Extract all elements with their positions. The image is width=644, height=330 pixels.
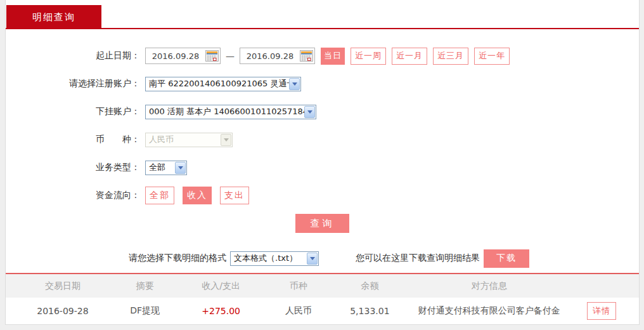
cell-balance: 5,133.01 [325,306,414,316]
query-button-row: 查询 [6,214,639,233]
quick-range-week-button[interactable]: 近一周 [351,48,386,65]
date-range-separator: — [226,51,235,61]
download-format-label: 请您选择下载明细的格式 [129,253,226,264]
download-button[interactable]: 下载 [484,249,529,268]
sub-account-row: 下挂账户： 000 活期 基本户 1406600101102571848 [6,102,639,121]
download-format-value: 文本格式（.txt） [231,253,307,264]
tab-detail-query[interactable]: 明细查询 [6,5,101,29]
header-currency: 币种 [272,280,326,292]
header-summary: 摘要 [120,280,171,292]
query-button[interactable]: 查询 [295,214,349,233]
fund-direction-income-button[interactable]: 收入 [183,187,212,204]
sub-account-select[interactable]: 000 活期 基本户 1406600101102571848 [145,105,316,119]
query-form: 起止日期： 2016.09.28 [6,29,639,267]
screen: 明细查询 起止日期： 2016.09.28 [0,0,644,330]
date-range-row: 起止日期： 2016.09.28 [6,46,639,65]
cell-amount: +275.00 [171,306,272,316]
currency-row: 币 种： 人民币 [6,130,639,149]
header-amount: 收入/支出 [171,280,272,292]
header-date: 交易日期 [6,280,120,292]
detail-query-panel: 明细查询 起止日期： 2016.09.28 [5,0,640,325]
cell-currency: 人民币 [272,305,326,317]
registered-account-value: 南平 6222001406100921065 灵通卡 [146,78,289,89]
quick-range-year-button[interactable]: 近一年 [474,48,510,65]
currency-label: 币 种： [6,134,140,145]
tab-bar: 明细查询 [6,0,639,29]
cell-date: 2016-09-28 [6,306,120,316]
fund-direction-expense-button[interactable]: 支出 [220,187,249,204]
business-type-value: 全部 [146,162,175,173]
download-hint-text: 您可以在这里下载查询明细结果 [356,253,480,264]
business-type-select[interactable]: 全部 [145,161,187,175]
chevron-down-icon [304,106,315,118]
sub-account-value: 000 活期 基本户 1406600101102571848 [146,106,304,117]
cell-summary: DF提现 [120,305,171,317]
table-row: 2016-09-28 DF提现 +275.00 人民币 5,133.01 财付通… [6,298,639,324]
header-balance: 余额 [325,280,414,292]
download-format-select[interactable]: 文本格式（.txt） [230,251,319,266]
currency-value: 人民币 [146,134,221,145]
download-row: 请您选择下载明细的格式 文本格式（.txt） 您可以在这里下载查询明细结果 下载 [6,249,639,267]
sub-account-label: 下挂账户： [6,106,140,117]
calendar-icon[interactable] [300,50,313,62]
fund-direction-label: 资金流向： [6,190,140,201]
start-date-value: 2016.09.28 [146,51,205,61]
calendar-icon[interactable] [205,50,219,62]
date-range-label: 起止日期： [6,50,140,62]
chevron-down-icon [175,162,186,174]
start-date-input[interactable]: 2016.09.28 [145,48,221,64]
chevron-down-icon [307,253,318,265]
quick-range-today-button[interactable]: 当日 [321,48,345,65]
end-date-input[interactable]: 2016.09.28 [240,48,315,64]
end-date-value: 2016.09.28 [240,51,300,61]
chevron-down-icon [221,134,231,146]
chevron-down-icon [289,78,300,90]
fund-direction-row: 资金流向： 全部 收入 支出 [6,186,639,205]
currency-select: 人民币 [145,133,233,147]
quick-range-month-button[interactable]: 近一月 [392,48,427,65]
fund-direction-all-button[interactable]: 全部 [145,187,174,204]
header-counterparty: 对方信息 [414,280,564,292]
detail-button[interactable]: 详情 [587,302,616,320]
business-type-label: 业务类型： [6,162,140,173]
registered-account-label: 请选择注册账户： [6,78,140,89]
cell-counterparty: 财付通支付科技有限公司客户备付金 [414,305,564,317]
cell-actions: 详情 [564,302,639,320]
quick-range-quarter-button[interactable]: 近三月 [433,48,468,65]
table-header: 交易日期 摘要 收入/支出 币种 余额 对方信息 [6,274,639,298]
business-type-row: 业务类型： 全部 [6,158,639,177]
registered-account-row: 请选择注册账户： 南平 6222001406100921065 灵通卡 [6,74,639,93]
registered-account-select[interactable]: 南平 6222001406100921065 灵通卡 [145,77,301,91]
